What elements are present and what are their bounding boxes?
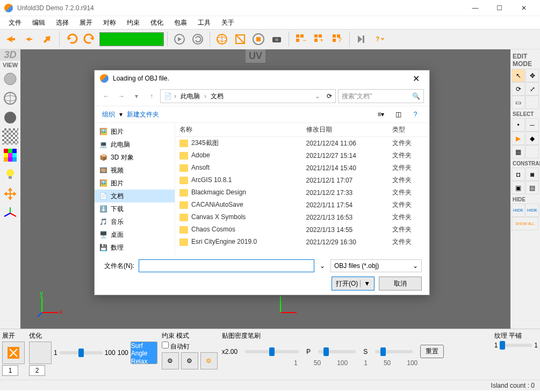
stop-icon[interactable]: [250, 31, 267, 48]
file-row[interactable]: Blackmagic Design2021/12/2 17:33文件夹: [175, 186, 429, 199]
island-select-icon[interactable]: ◆: [525, 132, 539, 145]
file-row[interactable]: Chaos Cosmos2022/1/13 14:55文件夹: [175, 223, 429, 236]
help-icon[interactable]: ?: [409, 108, 422, 121]
mode-select[interactable]: Surf Angle Relax: [131, 342, 157, 364]
constraint-b-icon[interactable]: ▤: [525, 181, 539, 194]
preview-pane-icon[interactable]: ◫: [392, 108, 405, 121]
axis-icon[interactable]: [1, 204, 19, 222]
file-row[interactable]: ArcGIS 10.8.12021/12/1 17:07文件夹: [175, 174, 429, 186]
grid-plus-icon[interactable]: +: [311, 31, 328, 48]
brush-slider-2[interactable]: [318, 350, 356, 353]
gear-1-icon[interactable]: ⚙: [162, 352, 179, 369]
skip-icon[interactable]: [353, 31, 370, 48]
path-seg-pc[interactable]: 此电脑: [178, 92, 202, 101]
rect-tool-icon[interactable]: ▭: [512, 96, 525, 109]
tile-slider[interactable]: [500, 344, 532, 347]
redo-icon[interactable]: [81, 31, 98, 48]
cut-icon[interactable]: [232, 31, 249, 48]
blank-select[interactable]: [525, 145, 539, 158]
tree-item[interactable]: 📦3D 对象: [95, 151, 175, 164]
tree-item[interactable]: 📄文档: [95, 190, 175, 202]
nav-back-icon[interactable]: ←: [100, 90, 113, 103]
close-button[interactable]: ✕: [512, 0, 536, 16]
organize-button[interactable]: 组织: [102, 110, 115, 119]
scale-tool-icon[interactable]: ⤢: [525, 82, 539, 96]
menu-select[interactable]: 选择: [52, 17, 73, 28]
pin-icon[interactable]: ◘: [512, 168, 525, 181]
filetype-combo[interactable]: OBJ files (*.obj)⌄: [330, 259, 422, 272]
sphere-dark-icon[interactable]: [1, 108, 19, 127]
tree-item[interactable]: 💻此电脑: [95, 138, 175, 151]
file-row[interactable]: CACANiAutoSave2022/1/11 17:54文件夹: [175, 199, 429, 211]
arrow-up-icon[interactable]: [39, 31, 56, 48]
blank-tool[interactable]: [525, 96, 539, 109]
newfolder-button[interactable]: 新建文件夹: [127, 110, 159, 119]
sphere-refresh-icon[interactable]: [189, 31, 206, 48]
menu-constraint[interactable]: 约束: [123, 17, 144, 28]
point-select-icon[interactable]: •: [512, 118, 525, 132]
menu-tools[interactable]: 工具: [193, 17, 215, 28]
tree-item[interactable]: 🖥️桌面: [95, 228, 175, 241]
cancel-button[interactable]: 取消: [379, 277, 422, 291]
move-icon[interactable]: [1, 185, 19, 203]
tree-item[interactable]: 🎵音乐: [95, 215, 175, 228]
path-seg-docs[interactable]: 文档: [208, 92, 226, 101]
face-select-icon[interactable]: ▶: [512, 132, 525, 145]
tree-item[interactable]: 🖼️图片: [95, 177, 175, 190]
file-row[interactable]: Adobe2021/12/27 15:14文件夹: [175, 149, 429, 162]
rotate-tool-icon[interactable]: ⟳: [512, 82, 525, 96]
filename-input[interactable]: [139, 259, 314, 272]
menu-wrap[interactable]: 包裹: [170, 17, 191, 28]
tree-item[interactable]: ⬇️下载: [95, 202, 175, 215]
dialog-close-button[interactable]: ✕: [408, 74, 424, 84]
file-row[interactable]: Canvas X Symbols2022/1/13 16:53文件夹: [175, 211, 429, 223]
gear-3-icon[interactable]: ⚙: [200, 352, 218, 369]
gear-2-icon[interactable]: ⚙: [181, 352, 198, 369]
all-select-icon[interactable]: ▦: [512, 145, 525, 158]
folder-tree[interactable]: 🖼️图片💻此电脑📦3D 对象🎞️视频🖼️图片📄文档⬇️下载🎵音乐🖥️桌面💾数理: [95, 123, 175, 255]
nav-recent-icon[interactable]: ▾: [130, 90, 143, 103]
tree-item[interactable]: 💾数理: [95, 241, 175, 254]
grid-minus-icon[interactable]: −: [292, 31, 309, 48]
show-all-button[interactable]: SHOW ALL: [512, 217, 538, 230]
sphere-solid-icon[interactable]: [1, 70, 19, 88]
col-name[interactable]: 名称: [175, 123, 302, 137]
tree-item[interactable]: 🖼️图片: [95, 125, 175, 138]
undo-icon[interactable]: [63, 31, 80, 48]
globe-icon[interactable]: [213, 31, 231, 48]
arrow-icon[interactable]: [2, 31, 19, 48]
move-tool-icon[interactable]: ✥: [525, 69, 539, 82]
menu-unfold[interactable]: 展开: [75, 17, 97, 28]
reset-button[interactable]: 重置: [420, 345, 444, 358]
file-row[interactable]: 2345截图2021/12/24 11:06文件夹: [175, 137, 429, 150]
menu-about[interactable]: 关于: [217, 17, 239, 28]
tree-item[interactable]: 🎞️视频: [95, 164, 175, 177]
nav-forward-icon[interactable]: →: [115, 90, 128, 103]
sphere-wire-icon[interactable]: [1, 89, 19, 107]
nav-up-icon[interactable]: ↑: [145, 90, 158, 103]
opt-slider[interactable]: [60, 351, 103, 354]
brush-slider-3[interactable]: [375, 350, 413, 353]
maximize-button[interactable]: ☐: [487, 0, 512, 16]
checker-icon[interactable]: [2, 128, 18, 144]
file-row[interactable]: Ansoft2021/12/14 15:40文件夹: [175, 162, 429, 174]
view-mode-icon[interactable]: ≡▾: [375, 108, 387, 121]
optimize-button[interactable]: [29, 342, 52, 364]
pointer-icon[interactable]: ↖: [512, 69, 525, 82]
open-button[interactable]: 打开(O) ▼: [332, 277, 375, 291]
minimize-button[interactable]: —: [463, 0, 487, 16]
expand-button[interactable]: [2, 342, 25, 364]
autopin-checkbox[interactable]: 自动钉: [162, 342, 190, 351]
menu-edit[interactable]: 编辑: [28, 17, 49, 28]
expand-field[interactable]: [2, 365, 18, 376]
arrow-small-icon[interactable]: [20, 31, 38, 48]
hide-button[interactable]: HIDE: [512, 204, 525, 217]
file-list[interactable]: 名称 修改日期 类型 2345截图2021/12/24 11:06文件夹Adob…: [175, 123, 429, 255]
menu-optimize[interactable]: 优化: [146, 17, 168, 28]
unpin-icon[interactable]: ◙: [525, 168, 539, 181]
help-arrow-icon[interactable]: ?: [371, 31, 388, 48]
lightbulb-icon[interactable]: [1, 165, 19, 184]
sphere-play-icon[interactable]: [171, 31, 188, 48]
brush-slider-1[interactable]: [245, 350, 299, 353]
menu-file[interactable]: 文件: [4, 17, 26, 28]
